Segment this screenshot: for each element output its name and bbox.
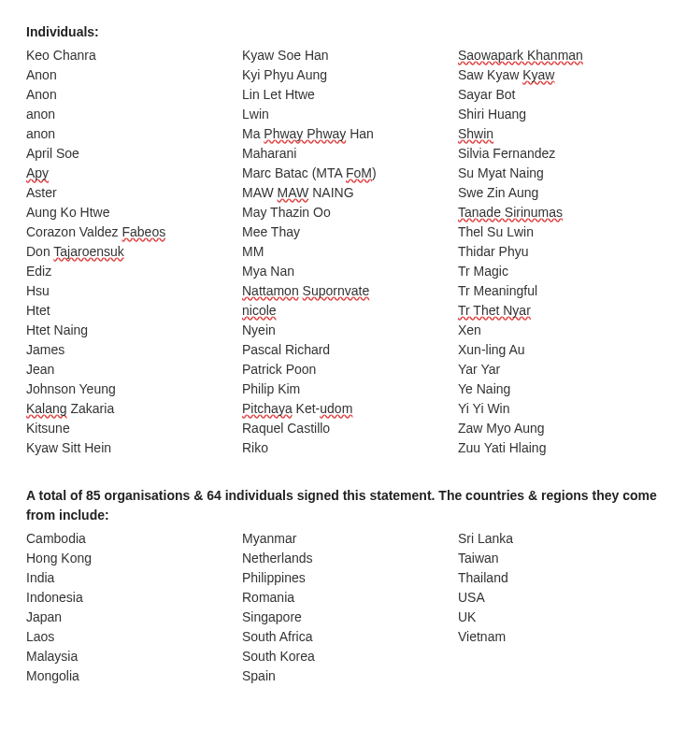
list-item: Japan <box>26 608 233 627</box>
list-item: Corazon Valdez Fabeos <box>26 222 233 242</box>
individual-name: Marc Batac (MTA FoM) <box>242 164 377 183</box>
country-name: Indonesia <box>26 588 83 608</box>
individual-name: Shwin <box>458 124 493 144</box>
individual-name: Patrick Poon <box>242 360 316 379</box>
individual-name: Raquel Castillo <box>242 419 330 438</box>
list-item: South Africa <box>242 627 449 647</box>
country-name: Thailand <box>458 568 508 588</box>
individual-name: Silvia Fernandez <box>458 144 555 164</box>
country-name: USA <box>458 588 485 608</box>
list-item: Kyi Phyu Aung <box>242 65 449 85</box>
list-item: Keo Chanra <box>26 46 233 65</box>
individual-name: Ma Phway Phway Han <box>242 124 374 144</box>
country-name: Japan <box>26 608 62 627</box>
list-item: Taiwan <box>458 549 664 568</box>
list-item: Jean <box>26 360 233 379</box>
list-item: Yi Yi Win <box>458 399 664 419</box>
list-item: May Thazin Oo <box>242 203 449 222</box>
country-name: Malaysia <box>26 647 78 666</box>
spellcheck-underline: MAW <box>278 185 309 200</box>
list-item: Xun-ling Au <box>458 340 664 360</box>
list-item: Cambodia <box>26 529 233 549</box>
list-item: Saw Kyaw Kyaw <box>458 65 664 85</box>
individual-name: Aster <box>26 183 57 203</box>
country-name: South Korea <box>242 647 315 666</box>
spellcheck-underline: Phway Phway <box>264 126 346 141</box>
list-item: Saowapark Khanman <box>458 46 664 65</box>
individual-name: Ediz <box>26 262 51 281</box>
list-item: Malaysia <box>26 647 233 666</box>
individual-name: Hsu <box>26 281 50 301</box>
list-item: India <box>26 568 233 588</box>
individual-name: Anon <box>26 65 57 85</box>
individual-name: nicole <box>242 301 277 321</box>
spellcheck-underline: Fabeos <box>121 224 165 239</box>
list-item: Anon <box>26 85 233 105</box>
individual-name: Jean <box>26 360 54 379</box>
country-name: Philippines <box>242 568 306 588</box>
list-item: Xen <box>458 321 664 340</box>
list-item: Myanmar <box>242 529 449 549</box>
individual-name: Philip Kim <box>242 379 300 399</box>
individual-name: Nyein <box>242 321 276 340</box>
individual-name: Lin Let Htwe <box>242 85 315 105</box>
list-item: Aster <box>26 183 233 203</box>
individual-name: Saw Kyaw Kyaw <box>458 65 554 85</box>
list-item: Shiri Huang <box>458 105 664 124</box>
individual-name: Johnson Yeung <box>26 379 116 399</box>
spellcheck-underline: Tajaroensuk <box>53 244 124 259</box>
spellcheck-underline: FoM <box>346 165 372 180</box>
list-item: Mee Thay <box>242 222 449 242</box>
individuals-columns: Keo ChanraAnonAnonanonanonApril SoeApyAs… <box>26 46 674 458</box>
individual-name: Zuu Yati Hlaing <box>458 438 546 458</box>
list-item: Htet Naing <box>26 321 233 340</box>
list-item: Kalang Zakaria <box>26 399 233 419</box>
list-item: Hong Kong <box>26 549 233 568</box>
country-name: Cambodia <box>26 529 86 549</box>
list-item: Johnson Yeung <box>26 379 233 399</box>
list-item: Mongolia <box>26 666 233 686</box>
list-item: Philippines <box>242 568 449 588</box>
individual-name: Keo Chanra <box>26 46 96 65</box>
individual-name: MAW MAW NAING <box>242 183 354 203</box>
list-item: Riko <box>242 438 449 458</box>
individual-name: Thidar Phyu <box>458 242 528 262</box>
list-item: nicole <box>242 301 449 321</box>
individual-name: May Thazin Oo <box>242 203 331 222</box>
spellcheck-underline: Nattamon <box>242 283 299 298</box>
individual-name: Ye Naing <box>458 379 510 399</box>
list-item: Zuu Yati Hlaing <box>458 438 664 458</box>
list-item: Tanade Sirinumas <box>458 203 664 222</box>
individual-name: Swe Zin Aung <box>458 183 538 203</box>
list-item: Tr Magic <box>458 262 664 281</box>
list-item: Yar Yar <box>458 360 664 379</box>
list-item: anon <box>26 105 233 124</box>
individual-name: Tr Magic <box>458 262 508 281</box>
list-item: Hsu <box>26 281 233 301</box>
list-item: Don Tajaroensuk <box>26 242 233 262</box>
country-name: Netherlands <box>242 549 313 568</box>
individual-name: Yi Yi Win <box>458 399 510 419</box>
individual-name: Su Myat Naing <box>458 164 544 183</box>
individual-name: Tanade Sirinumas <box>458 203 563 222</box>
individual-name: Nattamon Supornvate <box>242 281 369 301</box>
list-item: Sri Lanka <box>458 529 664 549</box>
individual-name: Saowapark Khanman <box>458 46 583 65</box>
individual-name: Kitsune <box>26 419 70 438</box>
list-item: Netherlands <box>242 549 449 568</box>
list-item: Thailand <box>458 568 664 588</box>
individual-name: Tr Meaningful <box>458 281 537 301</box>
summary-col-1: CambodiaHong KongIndiaIndonesiaJapanLaos… <box>26 529 242 686</box>
list-item: Su Myat Naing <box>458 164 664 183</box>
individual-name: Kyi Phyu Aung <box>242 65 327 85</box>
country-name: Sri Lanka <box>458 529 513 549</box>
list-item: Thel Su Lwin <box>458 222 664 242</box>
individual-name: James <box>26 340 64 360</box>
country-name: Taiwan <box>458 549 499 568</box>
list-item: USA <box>458 588 664 608</box>
spellcheck-underline: Shwin <box>458 126 493 141</box>
list-item: UK <box>458 608 664 627</box>
list-item: Lin Let Htwe <box>242 85 449 105</box>
country-name: Vietnam <box>458 627 506 647</box>
spellcheck-underline: Apy <box>26 165 49 180</box>
